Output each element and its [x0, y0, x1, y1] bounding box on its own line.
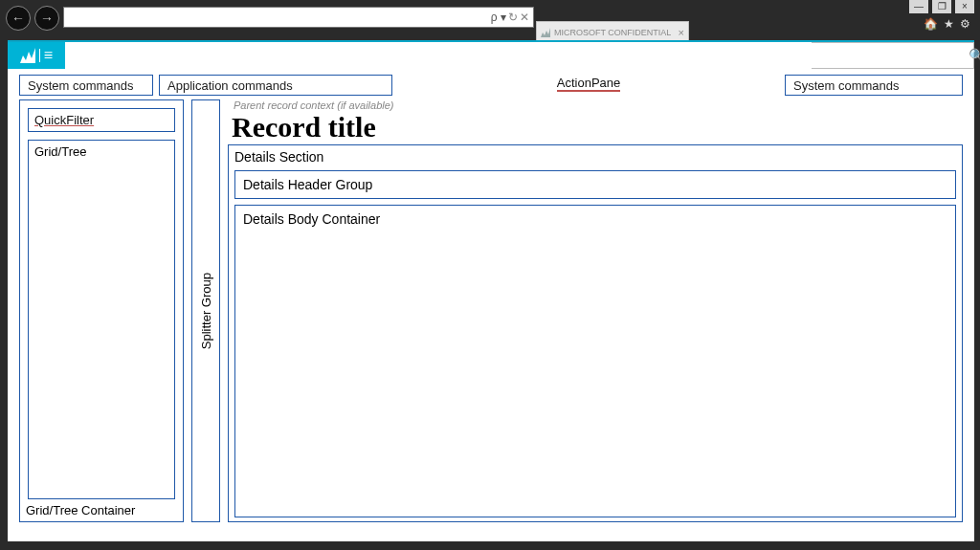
settings-icon[interactable]: ⚙	[960, 17, 970, 31]
window-close-button[interactable]: ×	[955, 0, 974, 13]
system-commands-right[interactable]: System commands	[785, 75, 963, 96]
tab-title: MICROSOFT CONFIDENTIAL	[554, 28, 671, 37]
hamburger-icon[interactable]: ≡	[44, 47, 53, 64]
grid-tree-container-label: Grid/Tree Container	[20, 501, 183, 521]
address-refresh-icon[interactable]: ↻	[508, 11, 518, 24]
record-title: Record title	[228, 111, 963, 143]
details-header-group: Details Header Group	[234, 170, 956, 199]
main-pane: Parent record context (if available) Rec…	[228, 99, 963, 522]
brand-separator	[39, 49, 40, 62]
details-body-container: Details Body Container	[234, 205, 956, 517]
window-minimize-button[interactable]: —	[909, 0, 928, 13]
details-section-label: Details Section	[234, 149, 956, 165]
search-input[interactable]	[812, 47, 959, 64]
grid-tree[interactable]: Grid/Tree	[28, 140, 175, 499]
browser-forward-button[interactable]: →	[34, 6, 59, 31]
details-section: Details Section Details Header Group Det…	[228, 144, 963, 522]
home-icon[interactable]: 🏠	[924, 17, 938, 31]
browser-tab[interactable]: MICROSOFT CONFIDENTIAL ×	[536, 21, 689, 42]
parent-record-context: Parent record context (if available)	[228, 99, 963, 111]
system-commands-left[interactable]: System commands	[19, 75, 153, 96]
application-commands[interactable]: Application commands	[159, 75, 392, 96]
browser-back-button[interactable]: ←	[6, 6, 31, 31]
address-bar[interactable]: ρ ▾ ↻ ✕	[63, 7, 534, 28]
action-pane-label: ActionPane	[557, 76, 621, 92]
window-maximize-button[interactable]: ❐	[932, 0, 951, 13]
brand-logo-icon	[20, 48, 35, 63]
search-icon[interactable]: 🔍	[969, 48, 980, 63]
splitter-group[interactable]: Splitter Group	[191, 99, 220, 522]
favorite-icon[interactable]: ★	[944, 17, 954, 31]
quickfilter[interactable]: QuickFilter	[28, 108, 175, 132]
grid-tree-container: QuickFilter Grid/Tree Grid/Tree Containe…	[19, 99, 184, 522]
address-stop-icon[interactable]: ✕	[520, 11, 529, 24]
brand-block[interactable]: ≡	[8, 42, 65, 69]
address-search-hint: ρ ▾	[491, 11, 506, 24]
tab-logo-icon	[541, 28, 550, 37]
tab-close-icon[interactable]: ×	[679, 27, 684, 38]
splitter-label: Splitter Group	[199, 273, 213, 349]
